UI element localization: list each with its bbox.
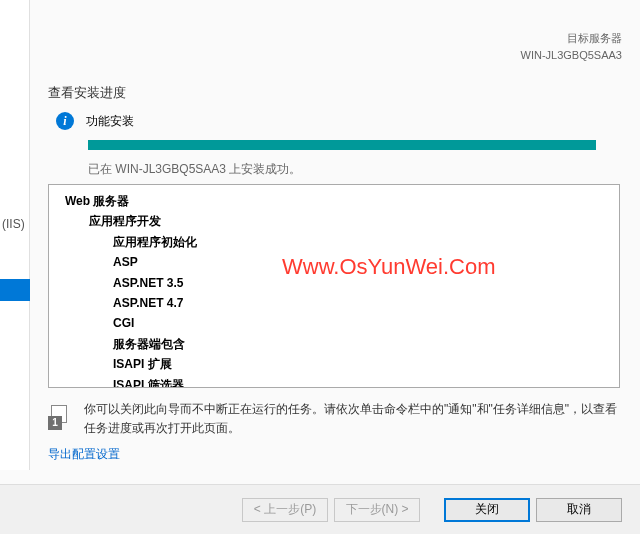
wizard-window: (IIS) 目标服务器 WIN-JL3GBQ5SAA3 查看安装进度 i 功能安…	[0, 0, 640, 534]
notification-badge: 1	[48, 416, 62, 430]
features-list[interactable]: Web 服务器应用程序开发应用程序初始化ASPASP.NET 3.5ASP.NE…	[48, 184, 620, 388]
install-status-row: i 功能安装	[56, 112, 134, 130]
feature-item: 应用程序开发	[57, 211, 611, 231]
target-server-name: WIN-JL3GBQ5SAA3	[521, 47, 622, 64]
tip-text: 你可以关闭此向导而不中断正在运行的任务。请依次单击命令栏中的"通知"和"任务详细…	[84, 400, 623, 438]
status-text: 已在 WIN-JL3GBQ5SAA3 上安装成功。	[88, 161, 301, 178]
export-config-link[interactable]: 导出配置设置	[48, 446, 120, 463]
target-server-label: 目标服务器	[521, 30, 622, 47]
close-button[interactable]: 关闭	[444, 498, 530, 522]
info-icon: i	[56, 112, 74, 130]
feature-item: Web 服务器	[57, 191, 611, 211]
next-button: 下一步(N) >	[334, 498, 420, 522]
install-label: 功能安装	[86, 113, 134, 130]
prev-button: < 上一步(P)	[242, 498, 328, 522]
section-title: 查看安装进度	[48, 84, 126, 102]
feature-item: ISAPI 扩展	[57, 354, 611, 374]
feature-item: ASP.NET 3.5	[57, 273, 611, 293]
progress-bar	[88, 140, 596, 150]
notification-flag-icon: 1	[48, 404, 74, 430]
feature-item: 应用程序初始化	[57, 232, 611, 252]
feature-item: ISAPI 筛选器	[57, 375, 611, 388]
sidebar-item-selected[interactable]	[0, 279, 30, 301]
header-target-server: 目标服务器 WIN-JL3GBQ5SAA3	[521, 30, 622, 63]
feature-item: 服务器端包含	[57, 334, 611, 354]
tip-row: 1 你可以关闭此向导而不中断正在运行的任务。请依次单击命令栏中的"通知"和"任务…	[48, 400, 623, 438]
footer: < 上一步(P) 下一步(N) > 关闭 取消	[0, 484, 640, 534]
cancel-button[interactable]: 取消	[536, 498, 622, 522]
sidebar: (IIS)	[0, 0, 30, 470]
feature-item: ASP	[57, 252, 611, 272]
feature-item: CGI	[57, 313, 611, 333]
feature-item: ASP.NET 4.7	[57, 293, 611, 313]
sidebar-item-iis[interactable]: (IIS)	[0, 213, 27, 235]
